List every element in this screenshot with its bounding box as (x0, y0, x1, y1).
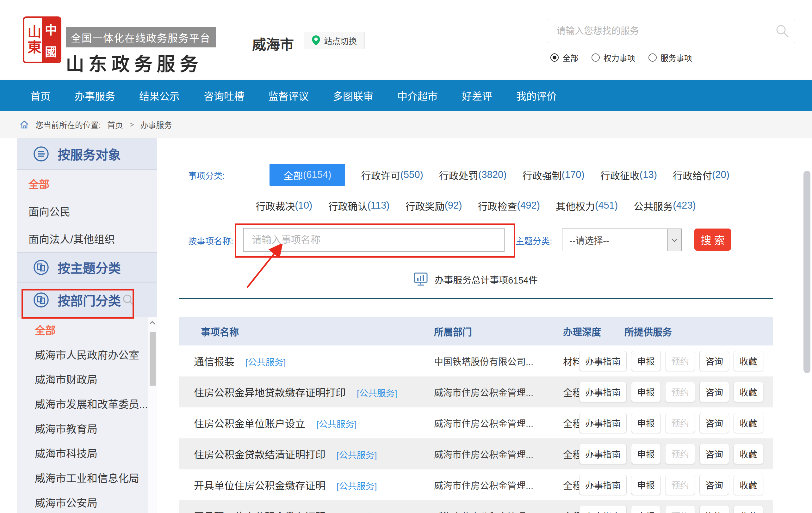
sidebar-item[interactable]: 面向法人/其他组织 (17, 225, 157, 252)
consult-button[interactable]: 咨询 (699, 413, 729, 433)
item-name[interactable]: 住房公积金贷款结清证明打印 (194, 449, 325, 460)
category-tab[interactable]: 其他权力(451) (556, 199, 618, 213)
item-actions: 办事指南 申报 预约 咨询 收藏 (604, 444, 773, 464)
select-arrow-box[interactable] (667, 229, 682, 251)
guide-button[interactable]: 办事指南 (579, 413, 627, 433)
category-tab-label: 行政裁决 (256, 199, 295, 213)
sidebar-item-department[interactable]: 威海市人民政府办公室 (17, 342, 157, 367)
category-tab[interactable]: 行政处罚(3820) (439, 168, 507, 182)
consult-button[interactable]: 咨询 (699, 506, 729, 513)
item-name[interactable]: 住房公积金单位账户设立 (194, 418, 305, 429)
nav-item[interactable]: 办事服务 (75, 88, 115, 103)
sidebar-section-service-object[interactable]: 按服务对象 (17, 138, 157, 170)
nav-item[interactable]: 中介超市 (397, 88, 438, 103)
seal-left-glyphs: 山東 (24, 18, 42, 62)
sidebar-section-by-topic[interactable]: 按主题分类 (17, 252, 157, 282)
nav-item[interactable]: 首页 (30, 88, 51, 103)
sidebar-item-label: 威海市科技局 (35, 445, 97, 460)
nav-item[interactable]: 咨询吐槽 (204, 88, 244, 103)
page-scrollbar-thumb[interactable] (804, 171, 810, 373)
category-tab[interactable]: 公共服务(423) (634, 199, 696, 213)
sidebar-item-department[interactable]: 全部 (17, 318, 157, 342)
guide-button[interactable]: 办事指南 (579, 444, 627, 464)
topic-select[interactable]: --请选择-- (562, 229, 682, 251)
department-scrollbar-thumb[interactable] (150, 332, 156, 386)
nav-item[interactable]: 我的评价 (516, 88, 557, 103)
item-name-cell: 开具单位住房公积金缴存证明 [公共服务] (179, 478, 424, 492)
consult-button[interactable]: 咨询 (699, 351, 729, 371)
sidebar-item-department[interactable]: 威海市工业和信息化局 (17, 465, 157, 490)
nav-item[interactable]: 好差评 (462, 88, 492, 103)
favorite-button[interactable]: 收藏 (733, 475, 763, 495)
nav-item[interactable]: 监督评议 (268, 88, 309, 103)
sidebar-item-department[interactable]: 威海市教育局 (17, 416, 157, 441)
apply-button[interactable]: 申报 (631, 351, 661, 371)
stats-row: 办事服务总计事项6154件 (179, 269, 773, 290)
item-type-tag[interactable]: [公共服务] (357, 389, 397, 398)
table-body: 通信报装 [公共服务] 中国铁塔股份有限公司... 材料预审 办事指南 申报 预… (179, 345, 773, 513)
favorite-button[interactable]: 收藏 (733, 413, 763, 433)
item-type-tag[interactable]: [公共服务] (316, 419, 357, 429)
radio-icon[interactable] (648, 53, 657, 62)
category-tab[interactable]: 行政奖励(92) (405, 199, 462, 213)
favorite-button[interactable]: 收藏 (733, 351, 763, 371)
sidebar-item[interactable]: 面向公民 (17, 197, 157, 225)
category-tab[interactable]: 行政裁决(10) (256, 199, 312, 213)
favorite-button[interactable]: 收藏 (733, 382, 763, 402)
category-tab[interactable]: 行政征收(13) (600, 168, 657, 182)
nav-item[interactable]: 多图联审 (333, 88, 373, 103)
apply-button[interactable]: 申报 (631, 413, 661, 433)
sidebar-item[interactable]: 全部 (17, 170, 157, 197)
scope-radio-option[interactable]: 权力事项 (591, 52, 635, 63)
category-tab[interactable]: 行政许可(550) (361, 168, 423, 182)
guide-button[interactable]: 办事指南 (579, 506, 627, 513)
sidebar-item-department[interactable]: 威海市发展和改革委员... (17, 391, 157, 416)
category-tab[interactable]: 行政确认(113) (328, 199, 389, 213)
services-table: 事项名称 所属部门 办理深度 所提供服务 通信报装 [公共服务] 中国铁塔股份有… (179, 317, 773, 513)
item-name[interactable]: 开具职工住房公积金缴存证明 (194, 511, 325, 513)
guide-button[interactable]: 办事指南 (579, 475, 627, 495)
category-tab[interactable]: 行政检查(492) (478, 199, 540, 213)
apply-button[interactable]: 申报 (631, 444, 661, 464)
search-icon[interactable] (775, 24, 789, 38)
seal-right-glyphs: 中 國 (42, 18, 60, 62)
favorite-button[interactable]: 收藏 (733, 506, 763, 513)
item-type-tag[interactable]: [公共服务] (245, 358, 286, 367)
item-name[interactable]: 通信报装 (194, 356, 234, 368)
apply-button[interactable]: 申报 (631, 382, 661, 402)
category-tab[interactable]: 行政给付(20) (673, 168, 729, 182)
nav-item[interactable]: 结果公示 (139, 88, 180, 103)
item-name[interactable]: 开具单位住房公积金缴存证明 (194, 480, 325, 491)
radio-icon[interactable] (591, 53, 600, 62)
reserve-button: 预约 (665, 382, 695, 402)
site-switch-button[interactable]: 站点切换 (304, 32, 365, 49)
sidebar-item-department[interactable]: 威海市财政局 (17, 367, 157, 391)
sidebar-item-department[interactable]: 威海市科技局 (17, 441, 157, 465)
scope-radio-option[interactable]: 服务事项 (648, 52, 692, 63)
guide-button[interactable]: 办事指南 (579, 382, 627, 402)
sidebar-section-by-department[interactable]: 按部门分类 (17, 282, 157, 318)
apply-button[interactable]: 申报 (631, 506, 661, 513)
item-type-tag[interactable]: [公共服务] (337, 450, 377, 460)
scope-radio-option[interactable]: 全部 (550, 52, 578, 63)
category-tab[interactable]: 全部(6154) (269, 164, 345, 186)
department-search-icon[interactable] (122, 294, 135, 306)
item-type-tag[interactable]: [公共服务] (337, 481, 377, 491)
header-search-input[interactable] (548, 19, 795, 43)
item-name[interactable]: 住房公积金异地贷款缴存证明打印 (194, 387, 346, 399)
search-button[interactable]: 搜 索 (694, 229, 731, 251)
sidebar-item-department[interactable]: 威海市公安局 (17, 490, 157, 513)
category-tab[interactable]: 行政强制(170) (522, 168, 584, 182)
reserve-button: 预约 (665, 351, 695, 371)
guide-button[interactable]: 办事指南 (579, 351, 627, 371)
breadcrumb-home-link[interactable]: 首页 (107, 119, 123, 130)
apply-button[interactable]: 申报 (631, 475, 661, 495)
consult-button[interactable]: 咨询 (699, 444, 729, 464)
consult-button[interactable]: 咨询 (699, 382, 729, 402)
department-list: 全部 威海市人民政府办公室 威海市财政局 威海市发展和改革委员... (17, 318, 157, 513)
consult-button[interactable]: 咨询 (699, 475, 729, 495)
radio-icon[interactable] (550, 53, 559, 62)
favorite-button[interactable]: 收藏 (733, 444, 763, 464)
category-tab-label: 其他权力 (556, 199, 595, 213)
item-name-input[interactable] (243, 228, 504, 251)
